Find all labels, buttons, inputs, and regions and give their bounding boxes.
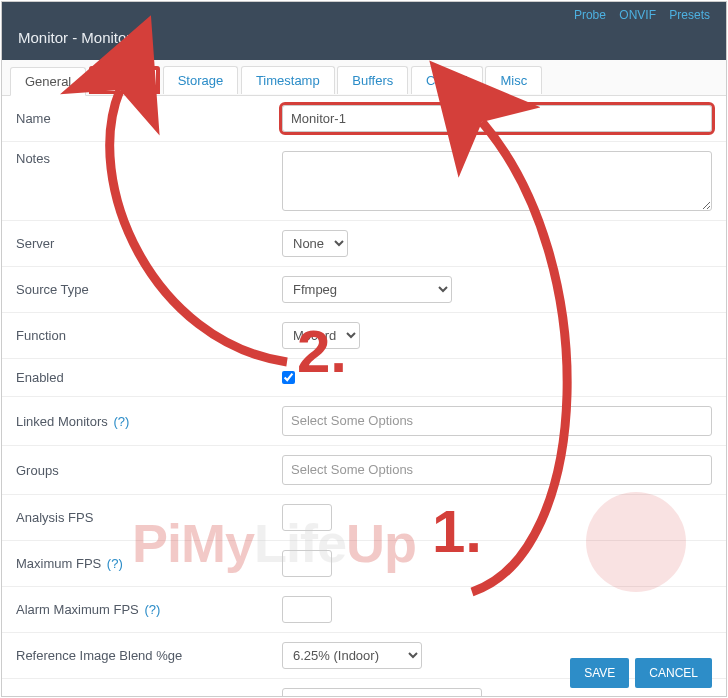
enabled-label: Enabled [16,370,282,385]
server-label: Server [16,236,282,251]
form-container: Name Notes Server None Source Type Ffmpe… [2,96,726,697]
tab-storage[interactable]: Storage [163,66,239,94]
footer-buttons: SAVE CANCEL [570,658,712,688]
tab-misc[interactable]: Misc [485,66,542,94]
presets-link[interactable]: Presets [669,8,710,22]
top-links: Probe ONVIF Presets [564,8,710,22]
maximum-fps-help[interactable]: (?) [107,556,123,571]
function-label: Function [16,328,282,343]
tab-bar: General Source Storage Timestamp Buffers… [2,60,726,96]
linked-monitors-multiselect[interactable]: Select Some Options [282,406,712,436]
ref-blend-label: Reference Image Blend %ge [16,648,282,663]
source-type-select[interactable]: Ffmpeg [282,276,452,303]
dialog-header: Probe ONVIF Presets Monitor - Monitor-1 [2,2,726,60]
onvif-link[interactable]: ONVIF [619,8,656,22]
enabled-checkbox[interactable] [282,371,295,384]
analysis-fps-label: Analysis FPS [16,510,282,525]
analysis-fps-input[interactable] [282,504,332,531]
dialog-title: Monitor - Monitor-1 [18,29,145,60]
notes-label: Notes [16,151,282,166]
alarm-ref-blend-label: Alarm Reference Image Blend %ge [16,694,282,697]
source-type-label: Source Type [16,282,282,297]
groups-multiselect[interactable]: Select Some Options [282,455,712,485]
probe-link[interactable]: Probe [574,8,606,22]
cancel-button[interactable]: CANCEL [635,658,712,688]
maximum-fps-input[interactable] [282,550,332,577]
notes-textarea[interactable] [282,151,712,211]
tab-general[interactable]: General [10,67,86,96]
tab-source[interactable]: Source [89,66,160,94]
function-select[interactable]: Mocord [282,322,360,349]
name-label: Name [16,111,282,126]
tab-timestamp[interactable]: Timestamp [241,66,335,94]
maximum-fps-label: Maximum FPS (?) [16,556,282,571]
tab-control[interactable]: Control [411,66,483,94]
tab-buffers[interactable]: Buffers [337,66,408,94]
linked-monitors-help[interactable]: (?) [113,414,129,429]
alarm-maximum-fps-help[interactable]: (?) [144,602,160,617]
alarm-ref-blend-select[interactable]: 6.25% [282,688,482,697]
groups-label: Groups [16,463,282,478]
name-input[interactable] [282,105,712,132]
save-button[interactable]: SAVE [570,658,629,688]
server-select[interactable]: None [282,230,348,257]
linked-monitors-label: Linked Monitors (?) [16,414,282,429]
alarm-maximum-fps-input[interactable] [282,596,332,623]
ref-blend-select[interactable]: 6.25% (Indoor) [282,642,422,669]
alarm-maximum-fps-label: Alarm Maximum FPS (?) [16,602,282,617]
